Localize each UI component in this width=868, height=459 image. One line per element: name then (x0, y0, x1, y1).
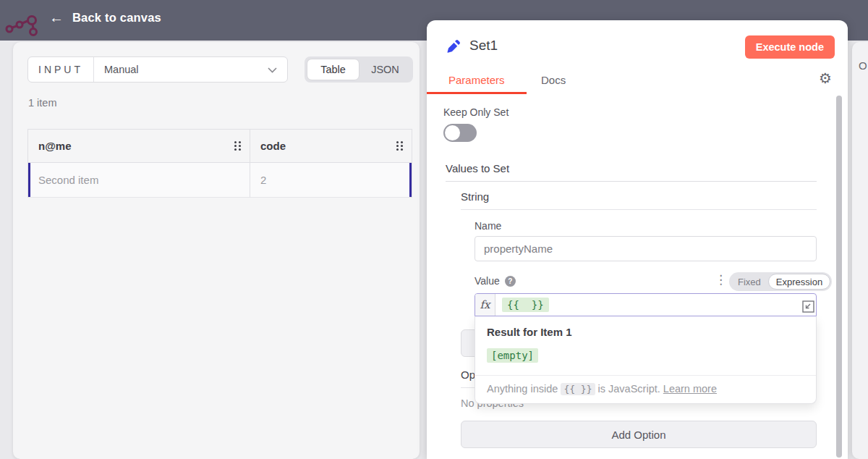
output-panel-edge: O (852, 42, 868, 459)
result-value: [empty] (487, 348, 538, 363)
tab-docs[interactable]: Docs (541, 74, 566, 86)
execute-node-button[interactable]: Execute node (745, 35, 835, 59)
tab-bar: Parameters Docs ⚙ (427, 71, 848, 94)
table-header-row: n@me code (28, 130, 412, 163)
keep-only-set-label: Keep Only Set (443, 106, 509, 118)
column-header-name: n@me (28, 130, 250, 163)
kebab-menu-icon[interactable]: ⋮ (715, 272, 725, 287)
column-header-code: code (250, 130, 412, 163)
table-cell-code: 2 (250, 163, 412, 198)
back-label: Back to canvas (72, 11, 161, 25)
drag-handle-icon[interactable] (396, 141, 403, 151)
expression-result-dropdown: Result for Item 1 [empty] Anything insid… (475, 316, 817, 404)
row-selection-bar (28, 163, 30, 197)
expression-value: {{ }} (502, 298, 549, 312)
node-title: Set1 (469, 38, 498, 54)
back-arrow-icon: ← (49, 10, 64, 25)
fx-icon: fx (475, 294, 495, 316)
input-source-select[interactable]: INPUT Manual (27, 56, 288, 83)
table-row: Second item 2 (28, 163, 412, 198)
n8n-logo-icon (3, 9, 42, 41)
input-data-table: n@me code Second item 2 (27, 129, 412, 198)
node-details-panel: Set1 Execute node Parameters Docs ⚙ Keep… (427, 20, 848, 459)
help-icon[interactable]: ? (505, 276, 516, 287)
expression-hint: Anything inside {{ }} is JavaScript. Lea… (475, 375, 816, 403)
input-label: INPUT (28, 57, 94, 82)
table-json-toggle: Table JSON (305, 56, 413, 83)
input-source-value: Manual (94, 64, 268, 75)
chevron-down-icon (268, 63, 277, 76)
mode-fixed[interactable]: Fixed (731, 274, 768, 290)
row-selection-bar (409, 163, 412, 197)
value-field-label: Value (475, 275, 500, 287)
braces-code-chip: {{ }} (561, 383, 595, 395)
expand-expression-icon[interactable] (802, 300, 814, 313)
gear-icon[interactable]: ⚙ (819, 71, 832, 85)
tab-parameters[interactable]: Parameters (448, 74, 505, 86)
name-field-label: Name (475, 220, 501, 232)
string-section-heading: String (461, 190, 817, 210)
active-tab-underline (427, 92, 527, 94)
values-to-set-heading: Values to Set (446, 162, 817, 182)
table-cell-name: Second item (28, 163, 250, 198)
add-option-button[interactable]: Add Option (461, 421, 817, 448)
items-count: 1 item (28, 97, 57, 109)
result-title: Result for Item 1 (475, 316, 816, 338)
edit-pencil-icon[interactable] (447, 39, 461, 53)
tab-table[interactable]: Table (307, 59, 359, 80)
fixed-expression-toggle: Fixed Expression (729, 272, 832, 291)
toggle-knob (445, 125, 460, 140)
tab-json[interactable]: JSON (359, 59, 411, 80)
mode-expression[interactable]: Expression (768, 274, 830, 290)
drag-handle-icon[interactable] (234, 141, 241, 151)
input-panel: INPUT Manual Table JSON 1 item n@me code… (13, 42, 420, 459)
expression-input[interactable]: fx {{ }} (475, 293, 817, 316)
learn-more-link[interactable]: Learn more (663, 383, 717, 395)
output-partial-letter: O (859, 59, 867, 72)
keep-only-set-toggle[interactable] (443, 124, 477, 142)
back-to-canvas-button[interactable]: ← Back to canvas (49, 10, 161, 25)
name-input[interactable] (475, 236, 817, 261)
scrollbar-thumb[interactable] (836, 96, 842, 458)
